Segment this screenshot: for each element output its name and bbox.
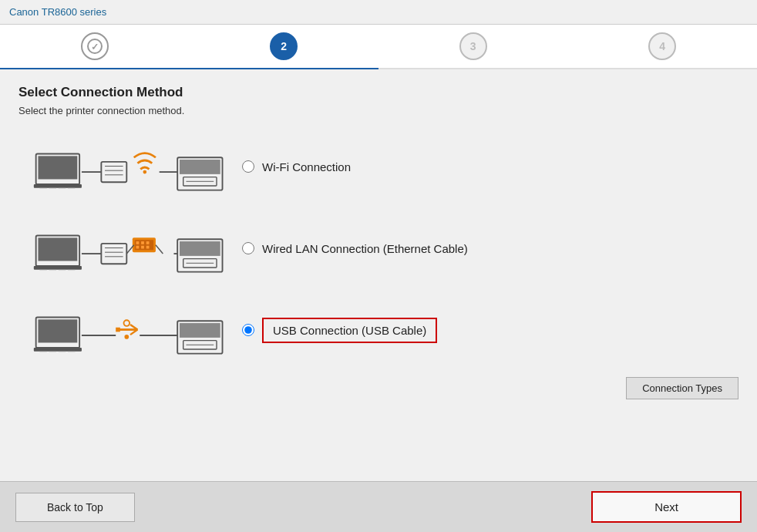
step-1: ✓	[81, 32, 109, 60]
svg-rect-39	[146, 246, 150, 249]
svg-rect-34	[136, 241, 140, 244]
connection-types-area: Connection Types	[19, 377, 738, 399]
svg-rect-49	[34, 348, 82, 352]
wired-connection-icon	[26, 217, 234, 279]
wired-radio[interactable]	[242, 242, 254, 254]
wifi-connection-icon	[26, 136, 234, 197]
step-3: 3	[459, 32, 487, 60]
steps-bar: ✓ 2 3 4	[0, 25, 757, 69]
usb-connection-icon	[26, 299, 234, 361]
connection-types-button[interactable]: Connection Types	[626, 377, 738, 399]
svg-rect-48	[38, 319, 77, 342]
svg-rect-17	[180, 160, 220, 174]
svg-rect-21	[38, 237, 77, 261]
step-4: 4	[648, 32, 676, 60]
usb-radio-label[interactable]: USB Connection (USB Cable)	[242, 318, 437, 343]
usb-option: USB Connection (USB Cable)	[19, 295, 738, 365]
svg-rect-44	[180, 241, 220, 256]
svg-rect-22	[34, 266, 82, 270]
usb-radio[interactable]	[242, 324, 254, 336]
wifi-option: Wi-Fi Connection	[19, 132, 738, 201]
svg-text:✓: ✓	[91, 42, 99, 52]
svg-rect-3	[38, 156, 77, 179]
svg-rect-57	[116, 328, 120, 332]
page-subtitle: Select the printer connection method.	[19, 105, 738, 116]
footer: Back to Top Next	[0, 481, 757, 532]
usb-label-text: USB Connection (USB Cable)	[262, 318, 437, 343]
title-bar: Canon TR8600 series	[0, 0, 757, 25]
svg-rect-36	[146, 241, 150, 244]
page-title: Select Connection Method	[19, 85, 738, 100]
svg-point-58	[124, 320, 130, 326]
wifi-icon-area	[19, 132, 242, 201]
app-title: Canon TR8600 series	[9, 6, 106, 18]
usb-icon-area	[19, 295, 242, 365]
wifi-radio-label[interactable]: Wi-Fi Connection	[242, 160, 351, 173]
next-button[interactable]: Next	[591, 491, 742, 523]
wifi-label-text: Wi-Fi Connection	[262, 160, 351, 173]
svg-rect-28	[101, 244, 126, 264]
main-content: Select Connection Method Select the prin…	[0, 69, 757, 481]
svg-rect-10	[101, 162, 126, 182]
svg-rect-37	[136, 246, 140, 249]
svg-rect-63	[180, 323, 220, 338]
svg-line-41	[156, 245, 163, 254]
wired-label-text: Wired LAN Connection (Ethernet Cable)	[262, 242, 468, 255]
svg-point-14	[143, 170, 146, 174]
svg-rect-4	[34, 184, 82, 188]
svg-rect-38	[141, 246, 144, 249]
svg-point-59	[124, 335, 129, 339]
wired-icon-area	[19, 214, 242, 283]
wired-radio-label[interactable]: Wired LAN Connection (Ethernet Cable)	[242, 242, 468, 255]
wifi-radio[interactable]	[242, 160, 254, 173]
svg-rect-35	[141, 241, 144, 244]
step-2: 2	[270, 32, 298, 60]
wired-option: Wired LAN Connection (Ethernet Cable)	[19, 214, 738, 283]
back-to-top-button[interactable]: Back to Top	[15, 493, 135, 522]
